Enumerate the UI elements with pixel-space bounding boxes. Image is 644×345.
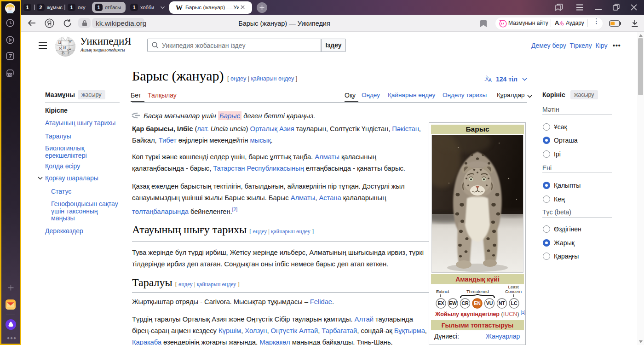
svg-text:VU: VU — [486, 300, 493, 306]
svg-text:EW: EW — [449, 300, 457, 306]
svg-text:あ: あ — [61, 51, 65, 55]
svg-text:EN: EN — [474, 300, 481, 306]
svg-text:ℵ: ℵ — [59, 46, 62, 51]
svg-text:EX: EX — [437, 300, 444, 306]
svg-text:CR: CR — [461, 300, 469, 306]
svg-text:И: И — [63, 46, 66, 50]
svg-text:W: W — [69, 40, 72, 44]
svg-text:NT: NT — [499, 300, 506, 306]
svg-text:Ω: Ω — [58, 40, 61, 45]
svg-text:LC: LC — [511, 300, 518, 306]
svg-text:ק: ק — [68, 51, 69, 55]
svg-text:A: A — [489, 78, 492, 82]
svg-text:ش: ش — [67, 46, 71, 51]
